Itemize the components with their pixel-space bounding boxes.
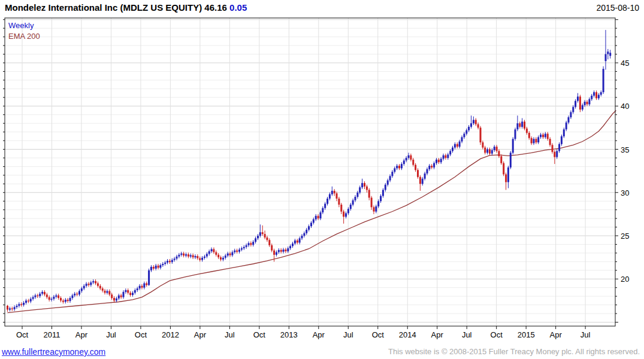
candle-up: [234, 251, 235, 252]
x-axis-label: 2011: [43, 330, 60, 339]
chart-window: Mondelez International Inc (MDLZ US EQUI…: [0, 0, 644, 359]
plot-border: [5, 18, 615, 326]
candle-up: [352, 200, 354, 205]
x-axis-label: 2015: [518, 330, 535, 339]
candle-up: [159, 265, 161, 267]
candle-up: [355, 197, 356, 200]
candle-down: [183, 254, 185, 256]
y-axis-label: 45: [621, 59, 629, 68]
candle-up: [391, 172, 393, 176]
candle-up: [568, 117, 570, 123]
candle-down: [88, 284, 90, 285]
candle-down: [104, 291, 106, 293]
x-axis-label: Oct: [253, 330, 266, 339]
candle-up: [283, 250, 285, 252]
candle-up: [299, 238, 301, 242]
candle-up: [167, 261, 168, 263]
candle-down: [169, 261, 171, 262]
candle-up: [313, 220, 315, 223]
candle-up: [201, 258, 203, 260]
candle-up: [227, 254, 229, 256]
candle-up: [605, 54, 607, 62]
candle-up: [406, 158, 407, 160]
candle-down: [542, 135, 544, 137]
candle-up: [582, 105, 583, 109]
candle-down: [62, 300, 64, 302]
candle-up: [34, 296, 36, 297]
candle-up: [570, 112, 572, 117]
y-axis-label: 35: [621, 145, 629, 154]
candle-up: [308, 226, 310, 230]
candle-up: [155, 266, 157, 269]
candle-up: [294, 241, 296, 244]
candle-down: [526, 129, 528, 133]
candle-up: [516, 123, 518, 129]
candle-up: [422, 179, 424, 184]
candle-up: [81, 288, 83, 291]
x-axis-label: Oct: [16, 330, 29, 339]
candle-down: [58, 296, 59, 298]
candle-down: [102, 288, 104, 291]
candle-up: [303, 233, 305, 236]
candle-down: [586, 102, 588, 104]
candle-up: [18, 304, 20, 306]
candle-up: [238, 250, 240, 252]
candle-up: [225, 255, 226, 258]
x-axis-label: Oct: [135, 330, 147, 339]
candle-up: [231, 252, 233, 255]
candle-down: [498, 151, 500, 156]
candle-up: [465, 130, 467, 134]
candle-up: [176, 257, 178, 259]
candle-up: [69, 298, 71, 301]
candle-down: [99, 286, 101, 288]
candle-up: [515, 129, 516, 139]
candle-down: [113, 298, 115, 300]
candle-up: [375, 206, 377, 212]
candle-up: [440, 159, 442, 162]
candle-up: [359, 187, 361, 193]
candle-down: [475, 120, 477, 124]
candle-down: [273, 251, 275, 255]
candle-down: [192, 255, 194, 258]
candle-up: [125, 290, 126, 292]
candle-down: [579, 96, 581, 109]
x-axis-label: 2012: [162, 330, 179, 339]
candle-up: [428, 166, 430, 169]
candle-down: [217, 255, 219, 257]
candle-up: [276, 252, 277, 255]
candle-down: [67, 300, 69, 301]
candle-up: [90, 282, 92, 285]
candle-down: [129, 293, 131, 295]
candle-up: [150, 267, 152, 270]
candle-up: [74, 294, 75, 296]
candle-down: [364, 183, 365, 187]
candle-up: [561, 136, 563, 144]
candle-up: [289, 246, 291, 248]
candle-up: [507, 168, 509, 182]
candle-up: [361, 183, 363, 187]
candle-up: [461, 137, 463, 141]
candle-up: [345, 213, 347, 217]
candle-up: [436, 160, 437, 163]
x-axis-label: 2014: [399, 330, 416, 339]
candle-down: [111, 294, 113, 298]
candle-up: [185, 254, 187, 255]
candle-down: [373, 207, 375, 211]
candle-up: [32, 297, 34, 299]
candle-up: [134, 290, 136, 293]
candle-down: [524, 121, 525, 129]
candle-up: [118, 296, 120, 299]
candle-down: [415, 165, 416, 171]
candle-down: [264, 234, 266, 238]
candle-down: [595, 92, 597, 98]
candle-down: [484, 148, 486, 153]
candle-up: [23, 303, 25, 305]
candle-down: [146, 284, 147, 285]
site-link[interactable]: www.fullertreacymoney.com: [2, 347, 105, 357]
candle-up: [137, 288, 138, 290]
candle-up: [603, 69, 604, 92]
candle-up: [116, 299, 117, 301]
candle-up: [588, 99, 590, 105]
candle-up: [494, 147, 495, 150]
candle-up: [255, 238, 256, 242]
